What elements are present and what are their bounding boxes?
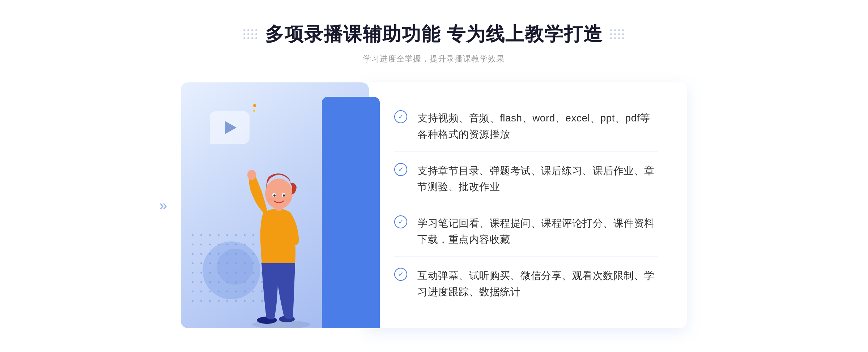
decorative-dots-left [243,29,258,40]
person-illustration [234,140,336,328]
header-section: 多项录播课辅助功能 专为线上教学打造 学习进度全掌握，提升录播课教学效果 [243,22,625,64]
check-icon-4: ✓ [394,268,407,281]
title-row: 多项录播课辅助功能 专为线上教学打造 [243,22,625,47]
feature-text-1: 支持视频、音频、flash、word、excel、ppt、pdf等各种格式的资源… [417,110,658,143]
features-card: ✓ 支持视频、音频、flash、word、excel、ppt、pdf等各种格式的… [365,82,687,328]
page-wrapper: 多项录播课辅助功能 专为线上教学打造 学习进度全掌握，提升录播课教学效果 » [0,0,868,352]
feature-item-1: ✓ 支持视频、音频、flash、word、excel、ppt、pdf等各种格式的… [394,102,658,152]
illustration-card [181,82,369,328]
play-icon [225,121,237,134]
sparkle-dot-1 [253,104,256,107]
svg-point-5 [265,179,293,209]
main-title: 多项录播课辅助功能 专为线上教学打造 [265,22,603,47]
sparkle-dot-2 [253,110,255,112]
left-chevron-icon: » [159,197,167,214]
check-icon-3: ✓ [394,215,407,228]
sparkle-decoration [253,104,256,112]
svg-point-11 [284,198,290,202]
sub-title: 学习进度全掌握，提升录播课教学效果 [363,53,505,64]
svg-point-10 [268,198,273,202]
play-bubble [210,111,250,144]
svg-point-3 [247,170,256,180]
svg-point-8 [273,194,276,197]
check-icon-1: ✓ [394,110,407,123]
feature-item-2: ✓ 支持章节目录、弹题考试、课后练习、课后作业、章节测验、批改作业 [394,154,658,205]
feature-item-4: ✓ 互动弹幕、试听购买、微信分享、观看次数限制、学习进度跟踪、数据统计 [394,259,658,309]
check-icon-2: ✓ [394,163,407,176]
feature-text-4: 互动弹幕、试听购买、微信分享、观看次数限制、学习进度跟踪、数据统计 [417,268,658,300]
feature-text-2: 支持章节目录、弹题考试、课后练习、课后作业、章节测验、批改作业 [417,163,658,196]
feature-text-3: 学习笔记回看、课程提问、课程评论打分、课件资料下载，重点内容收藏 [417,215,658,248]
content-area: » [181,82,687,328]
feature-item-3: ✓ 学习笔记回看、课程提问、课程评论打分、课件资料下载，重点内容收藏 [394,207,658,257]
svg-point-9 [283,194,285,197]
decorative-dots-right [610,29,625,40]
